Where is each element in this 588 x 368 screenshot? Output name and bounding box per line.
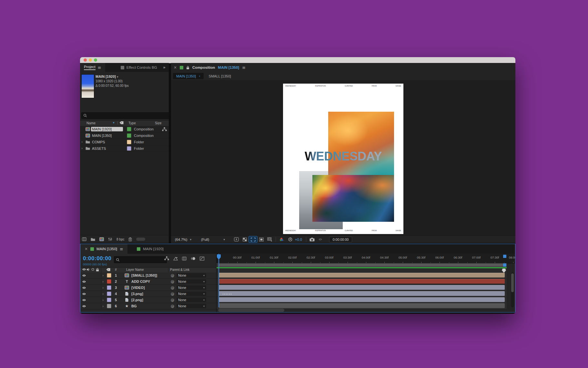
delete-icon[interactable] — [128, 237, 132, 241]
channel-icon[interactable] — [278, 236, 286, 242]
layer-name[interactable]: [2.png] — [131, 298, 143, 302]
fast-previews-icon[interactable] — [232, 236, 240, 242]
parent-link-dropdown[interactable]: None▾ — [177, 298, 206, 302]
viewer-tab-small-1350[interactable]: SMALL [1350] — [206, 73, 234, 79]
composition-viewer[interactable]: WEDNESDAYINSPIRATIONCURATEDFROMSAVEE WED… — [171, 80, 515, 236]
expander-icon[interactable]: › — [102, 286, 104, 290]
composition-flowchart-icon[interactable] — [164, 256, 169, 261]
zoom-window-icon[interactable] — [94, 58, 97, 62]
expander-icon[interactable]: › — [81, 140, 85, 144]
viewer-tab-main-1350[interactable]: MAIN [1350] ‹ — [173, 73, 204, 79]
project-item-row[interactable]: ›COMPSFolder — [80, 139, 169, 145]
show-snapshot-icon[interactable] — [316, 236, 325, 242]
timeline-search-input[interactable] — [121, 258, 165, 262]
layer-duration-bar[interactable] — [219, 291, 505, 296]
parent-pickwhip-icon[interactable]: @ — [171, 292, 174, 296]
playhead-handle[interactable] — [217, 254, 221, 257]
video-visibility-icon[interactable] — [82, 297, 86, 303]
draft-3d-icon[interactable] — [173, 257, 178, 261]
transparency-grid-icon[interactable] — [240, 236, 249, 242]
snapshot-camera-icon[interactable] — [308, 236, 316, 242]
horizontal-scrollbar[interactable] — [218, 309, 284, 312]
expander-icon[interactable]: › — [102, 273, 104, 278]
bit-depth-label[interactable]: 8 bpc — [117, 238, 124, 241]
crop-region-icon[interactable] — [266, 236, 274, 242]
exposure-value[interactable]: +0.0 — [295, 238, 302, 241]
work-area-bar[interactable] — [217, 263, 507, 267]
tag-icon[interactable] — [119, 121, 124, 125]
lock-icon[interactable] — [96, 268, 99, 271]
label-column-icon[interactable] — [106, 268, 110, 271]
layer-name[interactable]: BG — [131, 304, 137, 308]
close-panel-icon[interactable]: × — [174, 65, 177, 70]
parent-link-dropdown[interactable]: None▾ — [177, 285, 206, 290]
label-color-swatch[interactable] — [127, 146, 131, 151]
panel-menu-icon[interactable]: ≡ — [242, 65, 246, 70]
sort-arrow-icon[interactable]: ▾ — [113, 121, 115, 124]
parent-pickwhip-icon[interactable]: @ — [171, 280, 174, 284]
audio-icon[interactable] — [86, 268, 90, 271]
layer-color-swatch[interactable] — [107, 298, 111, 302]
panel-menu-icon[interactable]: ≡ — [120, 247, 123, 251]
layer-color-swatch[interactable] — [107, 273, 111, 278]
parent-link-dropdown[interactable]: None▾ — [177, 304, 206, 308]
graph-editor-icon[interactable] — [200, 257, 204, 261]
video-visibility-icon[interactable] — [82, 268, 86, 271]
minimize-window-icon[interactable] — [89, 58, 92, 62]
layer-duration-bar[interactable] — [219, 273, 505, 278]
column-layer-name[interactable]: Layer Name — [126, 268, 144, 271]
parent-pickwhip-icon[interactable]: @ — [171, 286, 174, 290]
vertical-scrollbar-thumb[interactable] — [511, 273, 514, 292]
flowchart-icon[interactable] — [162, 127, 167, 133]
column-type[interactable]: Type — [128, 121, 136, 125]
layer-color-swatch[interactable] — [107, 285, 111, 290]
layer-duration-bar[interactable] — [219, 285, 505, 290]
project-settings-icon[interactable] — [108, 237, 112, 241]
mask-visibility-icon[interactable] — [257, 236, 266, 242]
work-area-thumb[interactable] — [219, 264, 505, 267]
track-row[interactable] — [217, 285, 507, 291]
layer-name[interactable]: [VIDEO] — [131, 286, 145, 290]
layer-row[interactable]: ›3[VIDEO]@None▾ — [80, 285, 216, 291]
video-visibility-icon[interactable] — [82, 303, 86, 309]
panel-overflow-icon[interactable]: » — [163, 65, 166, 70]
expander-icon[interactable]: › — [102, 304, 104, 308]
footer-slider[interactable] — [136, 238, 145, 241]
playhead-line[interactable] — [218, 254, 219, 307]
layer-name[interactable]: [SMALL [1350]] — [131, 273, 157, 277]
project-item-row[interactable]: MAIN [1350]Composition — [80, 132, 169, 139]
time-ruler[interactable]: 0f00:30f01:00f01:30f02:00f02:30f03:00f03… — [217, 254, 515, 263]
back-chevron-icon[interactable]: ‹ — [199, 74, 200, 78]
column-index[interactable]: # — [115, 268, 117, 271]
layer-row[interactable]: ›2TADD COPY@None▾ — [80, 279, 216, 285]
video-visibility-icon[interactable] — [82, 285, 86, 291]
work-area-end-handle[interactable] — [503, 263, 506, 267]
motion-blur-icon[interactable] — [191, 257, 196, 261]
close-window-icon[interactable] — [84, 58, 87, 62]
project-search-input[interactable] — [88, 113, 168, 118]
layer-duration-bar[interactable] — [219, 297, 505, 302]
timeline-tab-main-1350[interactable]: × MAIN [1350] ≡ — [80, 244, 127, 254]
exposure-icon[interactable] — [286, 236, 294, 242]
new-composition-icon[interactable] — [99, 237, 104, 241]
parent-link-dropdown[interactable]: None▾ — [177, 291, 206, 296]
interpret-footage-icon[interactable] — [82, 237, 86, 241]
region-of-interest-icon[interactable] — [249, 236, 257, 242]
layer-row[interactable]: ›5[2.png]@None▾ — [80, 297, 216, 303]
layer-color-swatch[interactable] — [107, 291, 111, 296]
panel-title[interactable]: Composition — [192, 66, 215, 69]
timeline-search[interactable] — [114, 256, 167, 263]
lock-icon[interactable] — [186, 66, 189, 69]
project-search[interactable] — [81, 112, 169, 119]
column-size[interactable]: Size — [155, 121, 161, 125]
magnification-dropdown[interactable]: (64.7%) ▾ — [172, 238, 194, 241]
column-parent-link[interactable]: Parent & Link — [170, 268, 189, 271]
track-row[interactable] — [217, 272, 507, 279]
label-color-swatch[interactable] — [127, 133, 131, 138]
layer-color-swatch[interactable] — [107, 279, 111, 284]
window-titlebar[interactable] — [80, 57, 515, 63]
composition-canvas[interactable]: WEDNESDAYINSPIRATIONCURATEDFROMSAVEE WED… — [283, 84, 403, 234]
new-folder-icon[interactable] — [91, 238, 95, 241]
resolution-dropdown[interactable]: (Full) ▾ — [198, 238, 228, 241]
video-visibility-icon[interactable] — [82, 279, 86, 284]
